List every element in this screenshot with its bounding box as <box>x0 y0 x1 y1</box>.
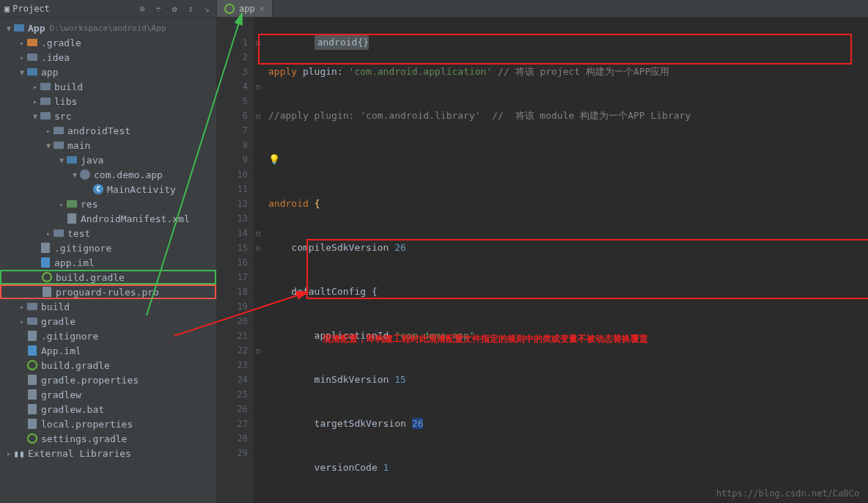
tree-item[interactable]: ▸ build <box>0 299 216 314</box>
tree-item[interactable]: ▸ libs <box>0 94 216 109</box>
gradle-icon <box>224 4 235 14</box>
tree-item[interactable]: proguard-rules.pro <box>0 284 216 299</box>
tree-item[interactable]: .gitignore <box>0 328 216 343</box>
tree-item[interactable]: local.properties <box>0 416 216 431</box>
close-icon[interactable]: × <box>260 4 265 14</box>
line-gutter: 1234567891011121314151617181920212223242… <box>217 18 254 503</box>
tree-item[interactable]: gradlew <box>0 387 216 402</box>
tree-item[interactable]: ▸ build <box>0 79 216 94</box>
tree-item[interactable]: AndroidManifest.xml <box>0 211 216 226</box>
tree-item[interactable]: App.iml <box>0 343 216 358</box>
tree-item[interactable]: ▼ main <box>0 138 216 153</box>
collapse-icon[interactable]: ÷ <box>153 4 163 14</box>
tree-item[interactable]: settings.gradle <box>0 431 216 446</box>
watermark: https://blog.csdn.net/CaBCo <box>716 488 859 499</box>
tree-item[interactable]: build.gradle <box>0 358 216 372</box>
tree-item[interactable]: app.iml <box>0 255 216 270</box>
project-tree[interactable]: ▼ App D:\workspace\android\App ▸ .gradle… <box>0 18 216 503</box>
hide-icon[interactable]: ↘ <box>202 4 212 14</box>
tree-item[interactable]: gradlew.bat <box>0 402 216 416</box>
editor: app × 1234567891011121314151617181920212… <box>217 0 868 503</box>
tab-app[interactable]: app × <box>217 0 273 17</box>
code-content[interactable]: android{} apply plugin: 'com.android.app… <box>262 18 868 503</box>
sidebar-title: Project <box>12 4 50 14</box>
tree-item[interactable]: ▸ .idea <box>0 50 216 65</box>
tree-item[interactable]: ▸ .gradle <box>0 35 216 50</box>
editor-tabs: app × <box>217 0 868 18</box>
tree-item[interactable]: C MainActivity <box>0 182 216 197</box>
tree-item[interactable]: ▸ gradle <box>0 314 216 328</box>
tree-item[interactable]: ▼ app <box>0 65 216 79</box>
annotation-box-release <box>306 239 868 299</box>
target-icon[interactable]: ⊕ <box>137 4 147 14</box>
project-icon: ▣ <box>4 4 10 14</box>
project-sidebar: ▣ Project ⊕ ÷ ✿ ↕ ↘ ▼ App D:\workspace\a… <box>0 0 217 503</box>
tree-item[interactable]: gradle.properties <box>0 372 216 387</box>
tree-item[interactable]: ▸ test <box>0 226 216 241</box>
tree-item[interactable]: .gitignore <box>0 241 216 255</box>
tree-item[interactable]: ▼ java <box>0 153 216 167</box>
gear-icon[interactable]: ✿ <box>169 4 180 14</box>
fold-strip: ⊟⊟⊟⊟⊟⊟ <box>254 18 262 503</box>
tree-item[interactable]: ▸ androidTest <box>0 123 216 138</box>
sidebar-toolbar: ⊕ ÷ ✿ ↕ ↘ <box>137 4 212 14</box>
tree-root[interactable]: ▼ App D:\workspace\android\App <box>0 21 216 35</box>
sidebar-header: ▣ Project ⊕ ÷ ✿ ↕ ↘ <box>0 0 216 18</box>
tab-label: app <box>239 4 255 14</box>
intention-bulb-icon[interactable]: 💡 <box>268 154 280 165</box>
tree-item[interactable]: build.gradle <box>0 270 216 284</box>
annotation-text: 混淆配置，即构建工程时此混淆配置文件指定的规则中的类或变量不被动态替换覆盖 <box>323 331 648 346</box>
annotation-box-plugin <box>258 34 852 65</box>
tree-item[interactable]: ▼ com.demo.app <box>0 167 216 182</box>
sort-icon[interactable]: ↕ <box>185 4 196 14</box>
tree-item[interactable]: ▸ res <box>0 197 216 211</box>
tree-item[interactable]: ▼ src <box>0 109 216 123</box>
external-libraries[interactable]: ▸ ▮▮ External Libraries <box>0 446 216 460</box>
